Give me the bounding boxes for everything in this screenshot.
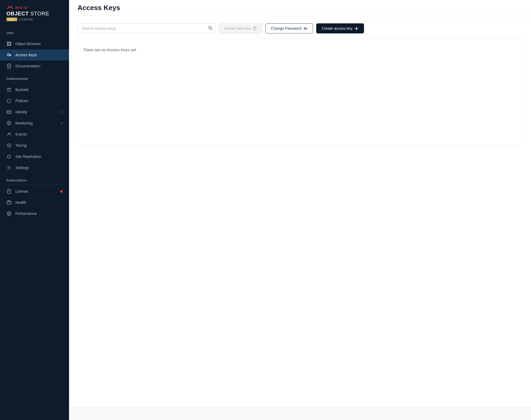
- search-icon: [208, 26, 212, 30]
- svg-rect-26: [8, 200, 9, 202]
- svg-point-19: [7, 144, 11, 145]
- grid-icon: [6, 41, 12, 46]
- shield-icon: [6, 98, 12, 103]
- create-button-label: Create access key: [322, 26, 352, 31]
- monitoring-icon: [6, 120, 12, 126]
- monitoring-label: Monitoring: [15, 121, 57, 125]
- sidebar-item-license[interactable]: License: [0, 186, 69, 197]
- sidebar-item-events[interactable]: Events: [0, 129, 69, 140]
- main-content: Access Keys Delete Selected: [69, 0, 531, 420]
- sidebar-item-performance[interactable]: Performance: [0, 208, 69, 219]
- license-badge-text: AGPL: [6, 18, 17, 21]
- trash-icon: [253, 27, 257, 31]
- sidebar-item-access-keys[interactable]: Access Keys: [0, 49, 69, 60]
- license-notification-dot: [60, 190, 63, 193]
- svg-point-20: [8, 167, 10, 168]
- buckets-label: Buckets: [15, 88, 63, 92]
- bucket-icon: [6, 87, 12, 92]
- tiering-label: Tiering: [15, 143, 63, 148]
- logo-area: MIN·IO OBJECT STORE AGPL LICENSE: [0, 0, 69, 26]
- site-replication-label: Site Replication: [15, 154, 63, 159]
- delete-button-label: Delete Selected: [224, 26, 251, 31]
- svg-rect-2: [7, 44, 9, 46]
- id-icon: [6, 109, 12, 115]
- sidebar: MIN·IO OBJECT STORE AGPL LICENSE User Ob…: [0, 0, 69, 420]
- sidebar-item-buckets[interactable]: Buckets: [0, 84, 69, 95]
- svg-rect-3: [9, 44, 11, 46]
- svg-rect-24: [7, 201, 11, 204]
- search-input[interactable]: [78, 23, 216, 33]
- svg-point-17: [7, 121, 11, 125]
- bottom-bar: [69, 407, 531, 420]
- search-container: [78, 23, 216, 33]
- sidebar-item-object-browser[interactable]: Object Browser: [0, 38, 69, 49]
- sidebar-item-tiering[interactable]: Tiering: [0, 140, 69, 151]
- sidebar-item-health[interactable]: Health: [0, 197, 69, 208]
- page-title: Access Keys: [78, 4, 523, 12]
- layers-icon: [6, 143, 12, 148]
- toolbar: Delete Selected Change Password: [78, 23, 523, 33]
- events-label: Events: [15, 132, 63, 136]
- create-access-key-button[interactable]: Create access key: [316, 23, 364, 33]
- plus-icon: [354, 27, 358, 31]
- subscription-section-divider: [6, 184, 63, 185]
- performance-label: Performance: [15, 211, 63, 216]
- sidebar-item-documentation[interactable]: Documentation: [0, 60, 69, 72]
- monitoring-chevron: ▾: [61, 122, 63, 125]
- svg-line-32: [211, 29, 212, 30]
- delete-selected-button[interactable]: Delete Selected: [219, 23, 262, 33]
- svg-point-4: [7, 54, 10, 56]
- license-label: LICENSE: [19, 18, 33, 21]
- admin-section-divider: [6, 83, 63, 83]
- svg-rect-0: [7, 42, 9, 44]
- admin-section-label: Administrator: [0, 72, 69, 83]
- object-browser-label: Object Browser: [15, 42, 63, 46]
- change-password-label: Change Password: [271, 26, 301, 31]
- svg-rect-27: [9, 200, 10, 202]
- sidebar-item-site-replication[interactable]: Site Replication: [0, 151, 69, 162]
- sync-icon: [6, 154, 12, 159]
- minio-wordmark: MIN·IO: [15, 6, 28, 9]
- svg-point-36: [304, 28, 306, 29]
- sidebar-item-identity[interactable]: Identity ▾: [0, 106, 69, 118]
- svg-point-14: [8, 111, 9, 112]
- sidebar-item-monitoring[interactable]: Monitoring ▾: [0, 118, 69, 129]
- access-keys-label: Access Keys: [15, 53, 63, 57]
- change-password-button[interactable]: Change Password: [266, 23, 313, 33]
- key-icon-toolbar: [303, 27, 307, 31]
- svg-rect-1: [9, 42, 11, 44]
- identity-chevron: ▾: [61, 110, 63, 114]
- user-section-divider: [6, 37, 63, 37]
- user-section-label: User: [0, 26, 69, 37]
- license-badge: AGPL LICENSE: [6, 18, 63, 21]
- search-button[interactable]: [208, 26, 212, 31]
- content-area: Delete Selected Change Password: [69, 16, 531, 407]
- object-store-title: OBJECT STORE: [6, 11, 63, 16]
- logo-minio: MIN·IO: [6, 5, 63, 10]
- subscription-section-label: Subscription: [0, 173, 69, 184]
- lambda-icon: [6, 132, 12, 137]
- file-icon: [6, 189, 12, 194]
- content-panel: There are no Access Keys yet.: [78, 39, 523, 145]
- sidebar-item-settings[interactable]: Settings: [0, 162, 69, 173]
- svg-point-18: [8, 122, 10, 124]
- license-label: License: [15, 189, 55, 193]
- empty-state-message: There are no Access Keys yet.: [78, 39, 522, 60]
- gear-icon: [6, 165, 12, 170]
- settings-label: Settings: [15, 166, 63, 170]
- top-bar: Access Keys: [69, 0, 531, 16]
- svg-rect-33: [253, 27, 256, 30]
- identity-label: Identity: [15, 110, 57, 114]
- documentation-label: Documentation: [15, 64, 63, 68]
- doc-icon: [6, 63, 12, 69]
- health-icon: [6, 200, 12, 205]
- policies-label: Policies: [15, 99, 63, 103]
- key-icon: [6, 52, 12, 58]
- sidebar-item-policies[interactable]: Policies: [0, 95, 69, 106]
- minio-logo-icon: [6, 5, 14, 10]
- globe-icon: [6, 211, 12, 216]
- health-label: Health: [15, 200, 63, 205]
